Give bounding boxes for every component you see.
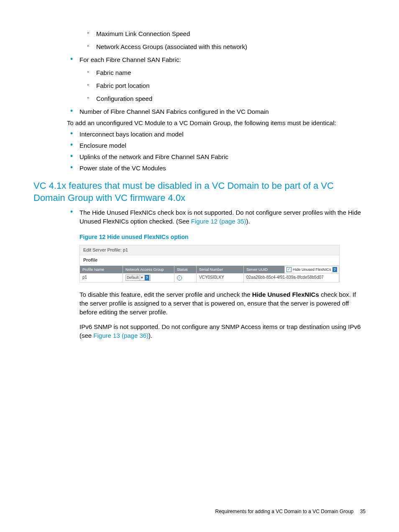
nag-dropdown[interactable]: Default ▾ ? — [125, 275, 151, 281]
list-item: Fabric port location — [96, 81, 366, 90]
cell-server-uuid: 02aa26bb-85c4-4f91-839a-8fcde58b5d07 — [244, 273, 339, 282]
info-icon: i — [177, 275, 182, 280]
top-list: Maximum Link Connection Speed Network Ac… — [33, 29, 366, 116]
profile-tab: Profile — [80, 255, 339, 265]
footer-text: Requirements for adding a VC Domain to a… — [215, 509, 353, 514]
nag-value: Default — [127, 275, 139, 280]
cell-network-access-group: Default ▾ ? — [123, 273, 174, 282]
text: ). — [246, 218, 250, 225]
figure-caption: Figure 12 Hide unused FlexNICs option — [79, 233, 366, 242]
cell-profile-name: p1 — [80, 273, 123, 282]
col-profile-name: Profile Name — [80, 266, 123, 274]
fc-sublist: Fabric name Fabric port location Configu… — [79, 68, 366, 103]
figure-12-link[interactable]: Figure 12 (page 35) — [191, 218, 246, 225]
paragraph: To disable this feature, edit the server… — [79, 290, 366, 316]
cell-status: i — [174, 273, 197, 282]
edit-server-profile-bar: Edit Server Profile: p1 — [80, 245, 339, 255]
col-serial-number: Serial Number — [197, 266, 244, 274]
hide-unused-flexnics-label: Hide Unused FlexNICs — [293, 267, 331, 272]
list-item: Power state of the VC Modules — [79, 164, 366, 172]
identical-list: Interconnect bays location and model Enc… — [33, 130, 366, 172]
list-item: Enclosure model — [79, 141, 366, 150]
page-footer: Requirements for adding a VC Domain to a… — [215, 508, 366, 515]
hide-unused-flexnics-box: ✓ Hide Unused FlexNICs ? — [284, 266, 339, 274]
edit-value: p1 — [123, 247, 128, 252]
list-item: Maximum Link Connection Speed — [96, 29, 366, 38]
col-network-access-group: Network Access Group — [123, 266, 174, 274]
list-item: For each Fibre Channel SAN Fabric: Fabri… — [79, 55, 366, 103]
chevron-down-icon: ▾ — [140, 275, 144, 280]
list-item: Interconnect bays location and model — [79, 130, 366, 139]
edit-label: Edit Server Profile: — [83, 247, 122, 252]
help-icon[interactable]: ? — [145, 275, 150, 280]
section-heading: VC 4.1x features that must be disabled i… — [33, 180, 366, 204]
list-item: IPv6 SNMP is not supported. Do not confi… — [79, 322, 366, 340]
table-row: p1 Default ▾ ? i VCY0SI0LKY 02aa — [80, 273, 339, 282]
hide-unused-flexnics-checkbox[interactable]: ✓ — [286, 267, 292, 272]
figure-12: Edit Server Profile: p1 Profile Profile … — [79, 245, 340, 283]
paragraph: To add an unconfigured VC Module to a VC… — [67, 118, 366, 127]
list-item: Fabric name — [96, 68, 366, 77]
list-item: Number of Fibre Channel SAN Fabrics conf… — [79, 107, 366, 116]
col-status: Status — [174, 266, 197, 274]
figure-13-link[interactable]: Figure 13 (page 36) — [93, 332, 148, 339]
top-sublist: Maximum Link Connection Speed Network Ac… — [79, 29, 366, 51]
list-item: Configuration speed — [96, 94, 366, 103]
list-item: Network Access Groups (associated with t… — [96, 42, 366, 51]
cell-serial-number: VCY0SI0LKY — [197, 273, 244, 282]
feature-list: The Hide Unused FlexNICs check box is no… — [33, 208, 366, 340]
list-item: The Hide Unused FlexNICs check box is no… — [79, 208, 366, 316]
list-item-text: For each Fibre Channel SAN Fabric: — [79, 56, 181, 63]
bold-text: Hide Unused FlexNICs — [252, 291, 319, 298]
page-number: 35 — [360, 509, 366, 514]
text: To disable this feature, edit the server… — [79, 291, 252, 298]
list-item: Uplinks of the network and Fibre Channel… — [79, 152, 366, 161]
help-icon[interactable]: ? — [332, 267, 338, 272]
text: ). — [148, 332, 152, 339]
